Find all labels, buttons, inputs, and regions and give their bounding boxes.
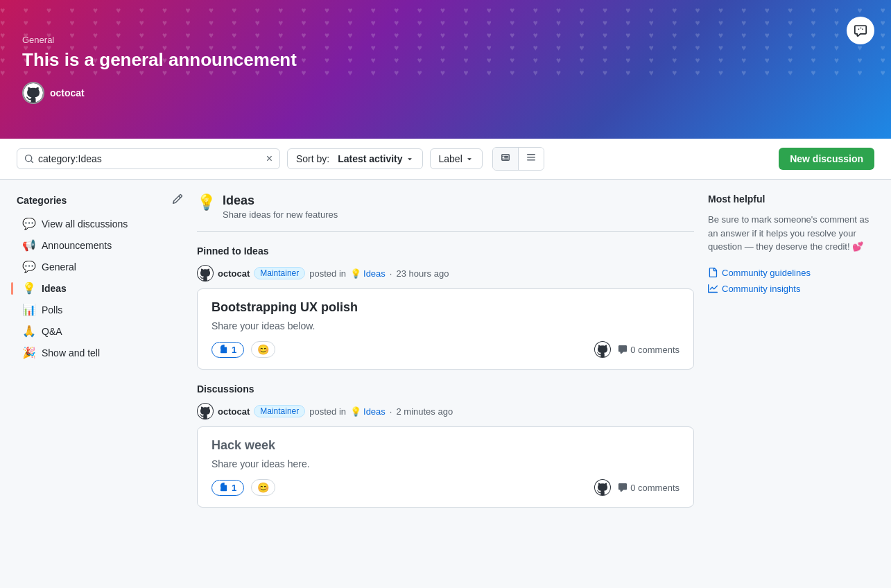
discussion-poster-name[interactable]: octocat (218, 406, 250, 417)
sidebar-item-polls[interactable]: 📊 Polls (17, 299, 183, 320)
banner-username: octocat (50, 87, 85, 98)
helpful-title: Most helpful (708, 193, 874, 205)
category-header: 💡 Ideas Share ideas for new features (197, 193, 694, 232)
discussion-upvote-count: 1 (232, 483, 236, 493)
guidelines-icon (708, 268, 718, 277)
list-view-icon (500, 152, 511, 163)
discussion-upvote-button[interactable]: 1 (211, 480, 244, 496)
discussion-comments-count: 0 comments (618, 483, 680, 493)
sort-value: Latest activity (338, 153, 402, 164)
helpful-text: Be sure to mark someone's comment as an … (708, 213, 874, 254)
discussion-body: Share your ideas here. (211, 458, 680, 469)
discussion-category-tag[interactable]: 💡 Ideas (350, 406, 386, 417)
sidebar-item-ideas[interactable]: 💡 Ideas (17, 277, 183, 299)
search-icon (24, 154, 34, 164)
chevron-down-icon (406, 155, 414, 163)
category-description: Share ideas for new features (223, 209, 338, 220)
banner-subtitle: General (22, 35, 869, 45)
pinned-poster-avatar (197, 265, 214, 282)
pinned-comments-count: 0 comments (618, 345, 680, 355)
chevron-down-icon (465, 155, 474, 163)
sidebar-item-show-and-tell[interactable]: 🎉 Show and tell (17, 342, 183, 363)
community-guidelines-link[interactable]: Community guidelines (708, 265, 874, 281)
pinned-section-title: Pinned to Ideas (197, 245, 694, 257)
discussion-maintainer-badge: Maintainer (254, 405, 305, 417)
sidebar-item-label: General (42, 261, 76, 273)
discussion-participant-avatar (594, 479, 611, 496)
community-insights-label: Community insights (722, 284, 800, 294)
pinned-maintainer-badge: Maintainer (254, 267, 305, 279)
list-view-button[interactable] (493, 148, 519, 170)
qa-icon: 🙏 (22, 325, 36, 338)
pinned-discussion-body: Share your ideas below. (211, 320, 680, 331)
chat-icon (847, 17, 874, 44)
comment-icon (618, 483, 628, 492)
new-discussion-button[interactable]: New discussion (779, 148, 874, 170)
pinned-emoji-button[interactable]: 😊 (251, 341, 275, 358)
upvote-icon (219, 345, 229, 354)
discussion-posted-in: posted in (309, 406, 346, 417)
sidebar-title: Categories (17, 195, 67, 206)
search-box[interactable]: × (17, 148, 280, 169)
pinned-upvote-count: 1 (232, 345, 236, 355)
community-insights-link[interactable]: Community insights (708, 281, 874, 297)
pinned-discussion-footer: 1 😊 0 comments (211, 341, 680, 358)
pinned-section: Pinned to Ideas octocat Maintainer poste… (197, 245, 694, 370)
right-sidebar: Most helpful Be sure to mark someone's c… (708, 193, 874, 521)
sidebar-item-qa[interactable]: 🙏 Q&A (17, 320, 183, 342)
discussion-post-time: 2 minutes ago (396, 406, 453, 417)
sidebar-item-label: Announcements (42, 240, 112, 251)
pinned-posted-in: posted in (309, 268, 346, 279)
pinned-post-time: 23 hours ago (396, 268, 449, 279)
pinned-participant-avatar (594, 341, 611, 358)
comment-icon (618, 345, 628, 354)
sort-label: Sort by: (296, 153, 329, 164)
label-button[interactable]: Label (430, 148, 483, 169)
general-icon: 💬 (22, 260, 36, 273)
pinned-discussion-title[interactable]: Bootstrapping UX polish (211, 300, 680, 315)
banner-user: octocat (22, 82, 869, 104)
pinned-category-name: Ideas (363, 268, 386, 279)
discussions-section: Discussions octocat Maintainer posted in… (197, 383, 694, 508)
sidebar-item-announcements[interactable]: 📢 Announcements (17, 234, 183, 256)
compact-view-button[interactable] (519, 148, 544, 170)
sidebar-item-label: Ideas (42, 283, 67, 294)
sidebar-header: Categories (17, 193, 183, 207)
pinned-upvote-button[interactable]: 1 (211, 342, 244, 358)
pinned-category-icon: 💡 (350, 268, 361, 279)
discussion-category-icon: 💡 (350, 406, 361, 417)
sidebar-item-view-all[interactable]: 💬 View all discussions (17, 213, 183, 234)
category-icon: 💡 (197, 193, 216, 211)
announcements-icon: 📢 (22, 239, 36, 252)
discussions-section-title: Discussions (197, 383, 694, 395)
pinned-comments-text: 0 comments (630, 345, 680, 355)
discussion-comments-text: 0 comments (630, 483, 680, 493)
polls-icon: 📊 (22, 303, 36, 316)
banner-title: This is a general announcement (22, 49, 869, 71)
discussion-card: Hack week Share your ideas here. 1 😊 (197, 426, 694, 508)
discussion-emoji-button[interactable]: 😊 (251, 479, 275, 496)
pinned-poster-name[interactable]: octocat (218, 268, 250, 279)
show-and-tell-icon: 🎉 (22, 346, 36, 359)
sidebar-item-general[interactable]: 💬 General (17, 256, 183, 277)
discussion-category-name: Ideas (363, 406, 386, 417)
view-toggle (492, 147, 544, 171)
pinned-category-tag[interactable]: 💡 Ideas (350, 268, 386, 279)
search-clear-icon[interactable]: × (266, 153, 273, 164)
discussion-poster-avatar (197, 403, 214, 420)
category-info: Ideas Share ideas for new features (223, 193, 338, 220)
search-input[interactable] (38, 153, 262, 164)
insights-icon (708, 284, 718, 293)
sidebar-item-label: Show and tell (42, 347, 100, 358)
ideas-icon: 💡 (22, 282, 36, 295)
category-name: Ideas (223, 193, 338, 208)
discussion-footer: 1 😊 0 comments (211, 479, 680, 496)
avatar (22, 82, 44, 104)
main-layout: Categories 💬 View all discussions 📢 Anno… (0, 180, 891, 535)
sidebar-item-label: View all discussions (42, 218, 128, 230)
edit-icon[interactable] (172, 193, 183, 207)
community-guidelines-label: Community guidelines (722, 268, 811, 278)
sort-button[interactable]: Sort by: Latest activity (287, 148, 423, 169)
label-btn-text: Label (439, 153, 462, 164)
discussion-title[interactable]: Hack week (211, 438, 680, 453)
